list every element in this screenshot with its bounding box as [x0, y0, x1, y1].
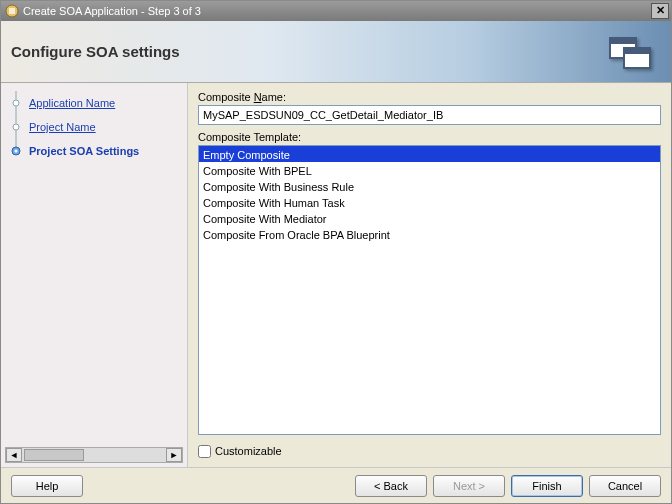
close-button[interactable]: ✕: [651, 3, 669, 19]
step-link-label[interactable]: Project Name: [29, 121, 96, 133]
scroll-left-arrow[interactable]: ◄: [6, 448, 22, 462]
scroll-thumb[interactable]: [24, 449, 84, 461]
step-bullet-icon: [9, 96, 23, 110]
template-option[interactable]: Composite With Mediator: [199, 210, 660, 226]
help-button[interactable]: Help: [11, 475, 83, 497]
title-bar: Create SOA Application - Step 3 of 3 ✕: [1, 1, 671, 21]
wizard-header: Configure SOA settings: [1, 21, 671, 83]
finish-button[interactable]: Finish: [511, 475, 583, 497]
composite-name-label: Composite Name:: [198, 91, 661, 103]
step-project-name[interactable]: Project Name: [5, 115, 183, 139]
button-bar: Help < Back Next > Finish Cancel: [1, 467, 671, 503]
composite-name-input[interactable]: [198, 105, 661, 125]
template-option[interactable]: Composite With Business Rule: [199, 178, 660, 194]
app-icon: [5, 4, 19, 18]
back-button[interactable]: < Back: [355, 475, 427, 497]
header-graphic: [609, 31, 653, 71]
dialog-window: Create SOA Application - Step 3 of 3 ✕ C…: [0, 0, 672, 504]
composite-template-listbox[interactable]: Empty CompositeComposite With BPELCompos…: [198, 145, 661, 435]
svg-rect-1: [9, 8, 15, 14]
template-option[interactable]: Composite From Oracle BPA Blueprint: [199, 226, 660, 242]
svg-point-5: [13, 124, 19, 130]
step-project-soa-settings[interactable]: Project SOA Settings: [5, 139, 183, 163]
customizable-checkbox[interactable]: [198, 445, 211, 458]
window-title: Create SOA Application - Step 3 of 3: [23, 5, 201, 17]
step-application-name[interactable]: Application Name: [5, 91, 183, 115]
next-button[interactable]: Next >: [433, 475, 505, 497]
svg-point-8: [15, 150, 18, 153]
step-current-icon: [9, 144, 23, 158]
page-title: Configure SOA settings: [11, 43, 180, 60]
step-bullet-icon: [9, 120, 23, 134]
svg-point-3: [13, 100, 19, 106]
step-link-label: Project SOA Settings: [29, 145, 139, 157]
composite-template-label: Composite Template:: [198, 131, 661, 143]
main-panel: Composite Name: Composite Template: Empt…: [188, 83, 671, 467]
scroll-right-arrow[interactable]: ►: [166, 448, 182, 462]
step-link-label[interactable]: Application Name: [29, 97, 115, 109]
template-option[interactable]: Empty Composite: [199, 146, 660, 162]
template-option[interactable]: Composite With Human Task: [199, 194, 660, 210]
sidebar-scrollbar[interactable]: ◄ ►: [5, 447, 183, 463]
wizard-steps-sidebar: Application Name Project Name Project SO…: [1, 83, 188, 467]
cancel-button[interactable]: Cancel: [589, 475, 661, 497]
template-option[interactable]: Composite With BPEL: [199, 162, 660, 178]
customizable-label[interactable]: Customizable: [215, 445, 282, 457]
